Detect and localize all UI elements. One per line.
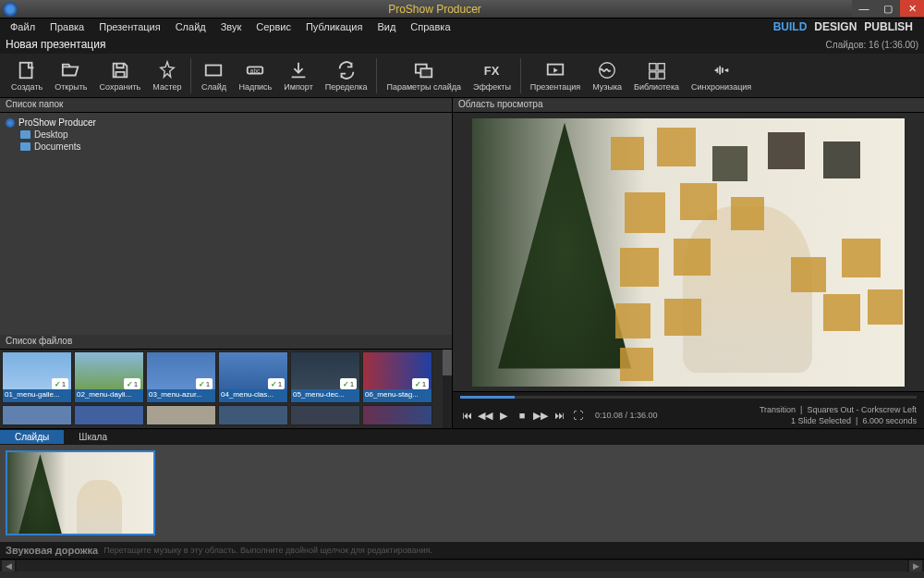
slide-thumbnail[interactable] xyxy=(6,450,155,535)
preview-canvas xyxy=(472,118,905,387)
file-thumb[interactable] xyxy=(74,405,144,425)
menubar: Файл Правка Презентация Слайд Звук Серви… xyxy=(0,18,924,35)
tool-show[interactable]: Презентация xyxy=(525,58,586,93)
prev-button[interactable]: ◀◀ xyxy=(479,409,492,422)
tool-wizard[interactable]: Мастер xyxy=(147,58,187,93)
tool-sync[interactable]: Синхронизация xyxy=(686,58,757,93)
menu-edit[interactable]: Правка xyxy=(43,20,91,33)
scroll-right-button[interactable]: ▶ xyxy=(909,560,922,572)
open-icon xyxy=(61,60,81,80)
time-display: 0:10.08 / 1:36.00 xyxy=(595,411,658,420)
toolbar-separator xyxy=(520,58,521,93)
remix-icon xyxy=(336,60,357,80)
file-thumb[interactable]: ✓103_menu-azur... xyxy=(146,351,216,403)
preview-seekbar[interactable] xyxy=(460,396,917,399)
tool-open[interactable]: Открыть xyxy=(49,58,92,93)
tab-scale[interactable]: Шкала xyxy=(64,430,122,444)
scroll-track[interactable] xyxy=(17,560,907,572)
mode-design-tab[interactable]: DESIGN xyxy=(814,20,857,33)
svg-rect-12 xyxy=(657,71,663,78)
file-thumb[interactable] xyxy=(290,405,360,425)
svg-text:abc: abc xyxy=(250,67,261,73)
mode-publish-tab[interactable]: PUBLISH xyxy=(864,20,913,33)
folder-tree[interactable]: ProShow Producer Desktop Documents xyxy=(0,113,452,335)
wizard-icon xyxy=(157,60,177,80)
tool-save[interactable]: Сохранить xyxy=(94,58,147,93)
tool-new[interactable]: Создать xyxy=(6,58,48,93)
play-button[interactable]: ▶ xyxy=(497,409,510,422)
tree-item-desktop[interactable]: Desktop xyxy=(6,129,446,141)
svg-rect-11 xyxy=(649,71,655,78)
sync-icon xyxy=(711,60,732,80)
minimize-button[interactable]: — xyxy=(852,0,876,17)
music-icon xyxy=(597,60,617,80)
tool-caption[interactable]: abc Надпись xyxy=(233,58,277,93)
menu-view[interactable]: Вид xyxy=(371,20,402,33)
file-list-panel: ✓101_menu-galle... ✓102_menu-dayli... ✓1… xyxy=(0,350,452,428)
svg-text:FX: FX xyxy=(484,63,500,77)
skip-start-button[interactable]: ⏮ xyxy=(460,409,473,422)
menu-presentation[interactable]: Презентация xyxy=(92,20,166,33)
menu-slide[interactable]: Слайд xyxy=(169,20,213,33)
show-icon xyxy=(545,60,565,80)
save-icon xyxy=(110,60,130,80)
slide-timeline[interactable] xyxy=(0,445,924,542)
svg-rect-1 xyxy=(206,65,222,75)
slide-options-icon xyxy=(414,60,434,80)
file-thumb[interactable]: ✓106_menu-stag... xyxy=(362,351,432,403)
audio-track[interactable]: Звуковая дорожка Перетащите музыку в эту… xyxy=(0,542,924,559)
skip-end-button[interactable]: ⏭ xyxy=(553,409,565,422)
tree-root[interactable]: ProShow Producer xyxy=(6,117,446,129)
tool-effects[interactable]: FX Эффекты xyxy=(468,58,517,93)
audio-track-hint: Перетащите музыку в эту область. Выполни… xyxy=(103,546,432,555)
tab-slides[interactable]: Слайды xyxy=(0,430,64,444)
tool-remix[interactable]: Переделка xyxy=(320,58,373,93)
titlebar: ProShow Producer — ▢ ✕ xyxy=(0,0,924,18)
file-thumb[interactable] xyxy=(2,405,72,425)
menu-help[interactable]: Справка xyxy=(404,20,456,33)
folder-icon xyxy=(20,130,30,139)
file-list[interactable]: ✓101_menu-galle... ✓102_menu-dayli... ✓1… xyxy=(0,350,452,428)
close-button[interactable]: ✕ xyxy=(900,0,924,17)
toolbar-separator xyxy=(376,58,377,93)
menu-service[interactable]: Сервис xyxy=(249,20,298,33)
file-thumb[interactable]: ✓105_menu-dec... xyxy=(290,351,360,403)
fullscreen-button[interactable]: ⛶ xyxy=(571,409,584,422)
tool-music[interactable]: Музыка xyxy=(587,58,627,93)
mode-build-tab[interactable]: BUILD xyxy=(773,20,808,33)
file-thumb[interactable] xyxy=(362,405,432,425)
file-thumb[interactable] xyxy=(146,405,216,425)
main-area: Список папок ProShow Producer Desktop Do… xyxy=(0,98,924,428)
tool-media[interactable]: Библиотека xyxy=(628,58,685,93)
timeline-scrollbar: ◀ ▶ xyxy=(0,559,924,572)
menu-file[interactable]: Файл xyxy=(4,20,42,33)
caption-icon: abc xyxy=(245,60,265,80)
file-thumb[interactable]: ✓101_menu-galle... xyxy=(2,351,72,403)
header-row: Новая презентация Слайдов: 16 (1:36.00) xyxy=(0,35,924,54)
stop-button[interactable]: ■ xyxy=(516,409,529,422)
files-header: Список файлов xyxy=(0,335,452,350)
tool-slide-options[interactable]: Параметры слайда xyxy=(381,58,467,93)
tool-slide[interactable]: Слайд xyxy=(195,58,232,93)
window-title: ProShow Producer xyxy=(18,3,852,16)
folders-header: Список папок xyxy=(0,98,452,113)
tool-import[interactable]: Импорт xyxy=(278,58,318,93)
menu-sound[interactable]: Звук xyxy=(214,20,249,33)
scroll-left-button[interactable]: ◀ xyxy=(2,560,15,572)
file-thumb[interactable]: ✓102_menu-dayli... xyxy=(74,351,144,403)
preview-area[interactable] xyxy=(453,113,924,391)
file-scrollbar[interactable] xyxy=(443,350,452,428)
slide-icon xyxy=(203,60,224,80)
tree-item-documents[interactable]: Documents xyxy=(6,141,446,153)
slides-info: Слайдов: 16 (1:36.00) xyxy=(826,40,918,50)
next-button[interactable]: ▶▶ xyxy=(534,409,547,422)
file-thumb[interactable]: ✓104_menu-clas... xyxy=(218,351,288,403)
file-thumb[interactable] xyxy=(218,405,288,425)
main-toolbar: Создать Открыть Сохранить Мастер Слайд a… xyxy=(0,54,924,98)
menu-publish[interactable]: Публикация xyxy=(299,20,369,33)
svg-rect-5 xyxy=(420,68,432,77)
maximize-button[interactable]: ▢ xyxy=(876,0,900,17)
presentation-title: Новая презентация xyxy=(6,38,105,51)
app-icon xyxy=(3,2,18,17)
svg-rect-9 xyxy=(649,63,655,69)
